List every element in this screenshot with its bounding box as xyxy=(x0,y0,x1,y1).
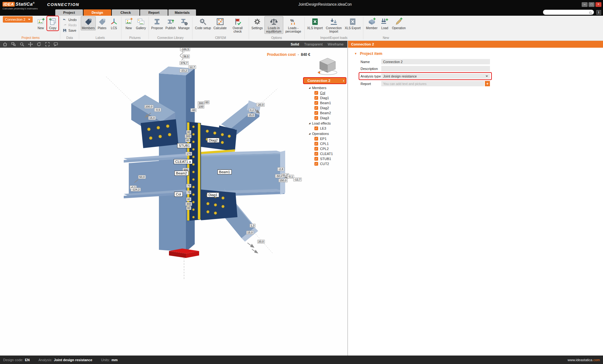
checkbox-icon[interactable]: ✓ xyxy=(314,91,318,95)
view-mode-wireframe[interactable]: Wireframe xyxy=(328,42,344,46)
checkbox-icon[interactable]: ✓ xyxy=(314,147,318,151)
ribbon-button-publish[interactable]: Publish xyxy=(165,16,177,30)
tree-item-label: Beam2 xyxy=(320,111,331,115)
ribbon-button-code-setup[interactable]: Code setup xyxy=(194,16,212,30)
tree-item-cpl1[interactable]: ✓CPL1 xyxy=(304,141,346,146)
fit-view-icon[interactable] xyxy=(45,42,50,47)
checkbox-icon[interactable]: ✓ xyxy=(314,111,318,115)
checkbox-icon[interactable]: ✓ xyxy=(314,101,318,105)
add-report-button[interactable]: + xyxy=(485,81,490,86)
ribbon-button-undo[interactable]: Undo xyxy=(62,17,77,22)
ribbon-button-connection-import[interactable]: Connection Import xyxy=(324,16,343,34)
tree-item-diag3[interactable]: ✓Diag3 xyxy=(304,115,346,120)
tab-design[interactable]: Design xyxy=(84,9,111,16)
ribbon-button-propose[interactable]: Propose xyxy=(150,16,164,30)
viewport-3d[interactable]: Production cost - 840 € -166,539,5379,71… xyxy=(0,48,347,356)
tab-project[interactable]: Project xyxy=(55,9,83,16)
field-name-input[interactable]: Connection 2 xyxy=(381,59,490,64)
tree-group-members[interactable]: ◢Members xyxy=(304,85,346,90)
dim-label-80: 80 xyxy=(186,197,191,201)
tree-item-cut2[interactable]: ✓CUT2 xyxy=(304,161,346,166)
tree-item-diag1[interactable]: ✓Diag1 xyxy=(304,95,346,100)
tree-item-diag2[interactable]: ✓Diag2 xyxy=(304,105,346,110)
status-label: Design code: xyxy=(3,358,23,362)
ribbon-button-overall-check[interactable]: Overall check xyxy=(228,16,247,34)
checkbox-icon[interactable]: ✓ xyxy=(314,137,318,141)
member-label-diag1[interactable]: Diag1 xyxy=(207,192,219,197)
section-project-item[interactable]: ▼ Project item xyxy=(354,51,603,56)
checkbox-icon[interactable]: ✓ xyxy=(314,157,318,161)
annotate-icon[interactable] xyxy=(53,42,58,47)
view-cube[interactable] xyxy=(316,55,339,75)
tree-item-col[interactable]: ✓Col xyxy=(304,90,346,95)
minimize-button[interactable]: – xyxy=(582,2,588,7)
tree-item-stub1[interactable]: ✓STUB1 xyxy=(304,156,346,161)
ribbon-button-settings[interactable]: Settings xyxy=(251,16,264,30)
search-input[interactable] xyxy=(543,10,587,14)
member-label-diag2[interactable]: Diag2 xyxy=(207,138,220,143)
ribbon-button-loads-percentage[interactable]: %Loads - percentage xyxy=(284,16,303,34)
member-label-col[interactable]: Col xyxy=(174,192,183,197)
field-report-input[interactable]: You can add text and pictures xyxy=(381,81,484,86)
checkbox-icon[interactable]: ✓ xyxy=(314,126,318,130)
tree-item-ep1[interactable]: ✓EP1 xyxy=(304,136,346,141)
tree-item-le3[interactable]: ✓LE3 xyxy=(304,126,346,131)
ribbon-button-manage[interactable]: Manage xyxy=(177,16,191,30)
zoom-window-icon[interactable] xyxy=(11,42,16,47)
ribbon-button-xls-import[interactable]: XLS Import xyxy=(306,16,324,30)
zoom-icon[interactable] xyxy=(19,42,24,47)
tab-report[interactable]: Report xyxy=(140,9,168,16)
ribbon-button-redo[interactable]: Redo xyxy=(62,23,77,28)
checkbox-icon[interactable]: ✓ xyxy=(314,152,318,156)
ribbon-button-load[interactable]: Load xyxy=(379,16,390,30)
rotate-icon[interactable] xyxy=(36,42,41,47)
model-3d[interactable] xyxy=(0,48,347,356)
field-analysis-type-select[interactable]: Joint design resistance xyxy=(381,73,490,79)
tab-materials[interactable]: Materials xyxy=(168,9,196,16)
ribbon-button-loads-in-equilibrium[interactable]: Loads in equilibrium xyxy=(264,16,283,34)
view-mode-solid[interactable]: Solid xyxy=(291,42,299,46)
ribbon-button-member[interactable]: Member xyxy=(365,16,378,30)
tree-root-connection[interactable]: Connection 2 › xyxy=(304,78,346,83)
ribbon-button-operation[interactable]: Operation xyxy=(391,16,407,30)
member-label-cleat1-a[interactable]: CLEAT1 a xyxy=(174,159,193,164)
view-mode-transparent[interactable]: Transparent xyxy=(304,42,323,46)
ribbon-button-new[interactable]: New xyxy=(123,16,134,30)
connection-selector-dropdown[interactable]: Connection 2 xyxy=(3,16,33,23)
ribbon-button-lcs[interactable]: LCS xyxy=(108,16,120,30)
ribbon-button-xls-export[interactable]: XLS Export xyxy=(344,16,362,30)
ribbon-button-new[interactable]: New xyxy=(35,16,46,30)
ribbon-button-gallery[interactable]: Gallery xyxy=(135,16,147,30)
website-link[interactable]: www.ideastatica.com xyxy=(568,358,600,362)
tree-group-operations[interactable]: ◢Operations xyxy=(304,131,346,136)
checkbox-icon[interactable]: ✓ xyxy=(314,142,318,146)
search-box[interactable] xyxy=(543,10,594,15)
pan-icon[interactable] xyxy=(28,42,33,47)
ribbon-button-members[interactable]: Members xyxy=(81,16,96,30)
field-description-input[interactable] xyxy=(381,66,490,71)
checkbox-icon[interactable]: ✓ xyxy=(314,162,318,166)
module-name: CONNECTION xyxy=(47,2,79,7)
tree-item-cleat1[interactable]: ✓CLEAT1 xyxy=(304,151,346,156)
ribbon-button-save[interactable]: Save xyxy=(62,28,77,33)
close-button[interactable]: × xyxy=(595,2,601,7)
tree-item-beam1[interactable]: ✓Beam1 xyxy=(304,100,346,105)
member-label-beam2[interactable]: Beam2 xyxy=(175,171,189,176)
member-label-stub1[interactable]: STUB1 xyxy=(177,143,191,148)
tree-group-load-effects[interactable]: ◢Load effects xyxy=(304,120,346,126)
ribbon-button-calculate[interactable]: Calculate xyxy=(213,16,228,30)
tree-item-cpl2[interactable]: ✓CPL2 xyxy=(304,146,346,151)
checkbox-icon[interactable]: ✓ xyxy=(314,116,318,120)
home-icon[interactable] xyxy=(3,42,8,47)
status-value: Joint design resistance xyxy=(54,358,92,362)
ribbon-button-copy[interactable]: Copy xyxy=(47,16,58,30)
member-label-beam1[interactable]: Beam1 xyxy=(218,169,232,174)
ribbon-button-plates[interactable]: Plates xyxy=(96,16,108,30)
info-button[interactable]: i xyxy=(596,10,601,15)
tree-item-beam2[interactable]: ✓Beam2 xyxy=(304,110,346,115)
tab-check[interactable]: Check xyxy=(112,9,139,16)
checkbox-icon[interactable]: ✓ xyxy=(314,106,318,110)
maximize-button[interactable]: □ xyxy=(589,2,595,7)
checkbox-icon[interactable]: ✓ xyxy=(314,96,318,100)
dim-label-166-5: -166,5 xyxy=(180,48,190,51)
